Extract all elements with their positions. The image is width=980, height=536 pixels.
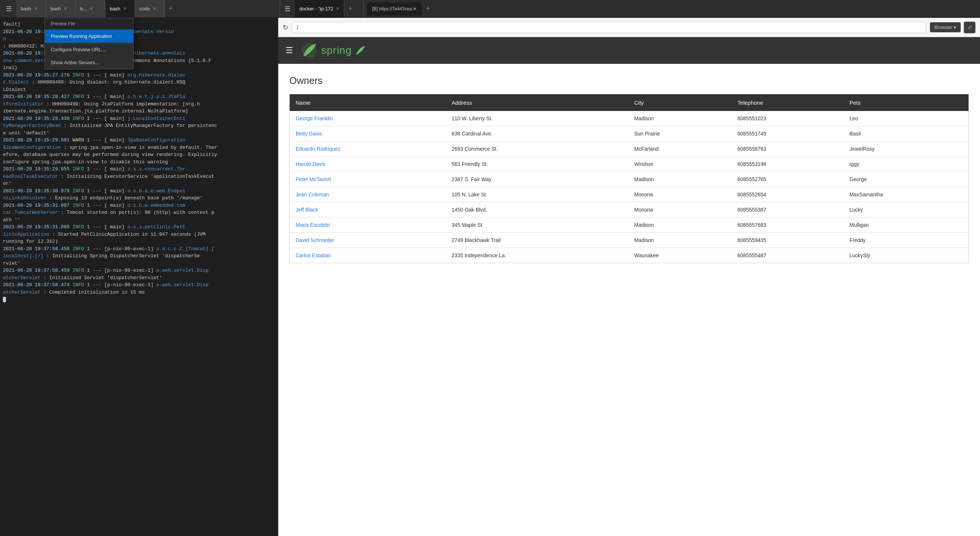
owner-link[interactable]: George Franklin [296, 115, 333, 121]
owner-telephone-cell: 6085559435 [732, 233, 843, 248]
log-line: LDialect [3, 86, 275, 94]
owners-section: Owners Name Address City Telephone Pets [278, 64, 980, 274]
spring-logo-text: spring [321, 45, 352, 56]
log-line: n [3, 35, 275, 43]
table-row: Harold Davis 563 Friendly St. Windsor 60… [290, 156, 969, 172]
tab-b[interactable]: b... ✕ [76, 0, 105, 18]
owner-city-cell: Monona [628, 202, 732, 217]
owner-address-cell: 638 Cardinal Ave. [445, 126, 628, 142]
tab-docker[interactable]: docker - "ip-172 ✕ [295, 0, 344, 18]
browser-tab[interactable]: [B] https://7e443cea: ✕ [367, 2, 422, 16]
owner-link[interactable]: Jeff Black [296, 207, 318, 213]
owner-telephone-cell: 6085552765 [732, 172, 843, 187]
log-line: atcherServlet : Completed initialization… [3, 289, 275, 296]
log-line: linicApplication : Started PetClinicAppl… [3, 231, 275, 238]
tab-close-1[interactable]: ✕ [34, 6, 37, 11]
owner-telephone-cell: 6085551023 [732, 111, 843, 126]
owner-pets-cell: JewelRosy [843, 142, 969, 156]
owner-city-cell: Madison [628, 111, 732, 126]
log-line: 2021-06-20 19:35:31.099 INFO 1 --- [ mai… [3, 223, 275, 231]
spring-header: ☰ spring [278, 37, 980, 64]
col-header-name: Name [290, 94, 446, 112]
log-line: tyManagerFactoryBean : Initialized JPA E… [3, 122, 275, 129]
sidebar-toggle-icon[interactable]: ☰ [2, 2, 16, 16]
owners-table: Name Address City Telephone Pets George … [290, 94, 969, 263]
log-line: : HHH000412: Hibernate ORM core {5.4.6.F… [3, 43, 275, 50]
expand-icon: ⤢ [967, 24, 972, 31]
browser-reload-button[interactable]: ↻ [283, 23, 288, 32]
tab-bar-right: ☰ docker - "ip-172 ✕ + [B] https://7e443… [280, 0, 978, 18]
browser-tab-close[interactable]: ✕ [413, 6, 417, 11]
owner-telephone-cell: 6085552654 [732, 187, 843, 202]
tab-bash-2[interactable]: bash ✕ [46, 0, 76, 18]
owner-link[interactable]: Peter McTavish [296, 176, 331, 182]
owner-pets-cell: Lucky [843, 202, 969, 217]
configure-preview-url-item[interactable]: Configure Preview URL... [45, 43, 133, 56]
dropdown-header: Preview File [45, 18, 133, 30]
owner-name-cell: Carlos Estaban [290, 248, 446, 263]
owner-link[interactable]: Betty Davis [296, 131, 322, 137]
preview-running-app-item[interactable]: Preview Running Application → [45, 30, 133, 43]
browser-mode-chevron: ▾ [954, 24, 956, 30]
owner-name-cell: Harold Davis [290, 156, 446, 172]
tab-bash-active[interactable]: bash ✕ [105, 0, 135, 18]
log-line: tformInitiator : HHH000490: Using JtaPla… [3, 100, 275, 108]
owner-city-cell: McFarland [628, 142, 732, 156]
browser-tab-add[interactable]: + [344, 3, 356, 15]
owner-address-cell: 2387 S. Fair Way [445, 172, 628, 187]
log-line: atcherServlet : Initialized Servlet 'dis… [3, 274, 275, 282]
browser-url-input[interactable] [292, 22, 926, 33]
tab-bash-1[interactable]: bash ✕ [16, 0, 46, 18]
table-row: George Franklin 110 W. Liberty St. Madis… [290, 111, 969, 126]
owners-title: Owners [290, 75, 969, 86]
owner-address-cell: 2749 Blackhawk Trail [445, 233, 628, 248]
owner-link[interactable]: Eduardo Rodriquez [296, 146, 340, 152]
tab-close-docker[interactable]: ✕ [336, 6, 339, 11]
browser-expand-button[interactable]: ⤢ [964, 22, 975, 34]
browser-tab-add-2[interactable]: + [422, 3, 434, 15]
owner-pets-cell: George [843, 172, 969, 187]
tab-code[interactable]: code ✕ [135, 0, 165, 18]
table-row: Eduardo Rodriquez 2693 Commerce St. McFa… [290, 142, 969, 156]
owner-city-cell: Madison [628, 172, 732, 187]
owner-link[interactable]: Jean Coleman [296, 191, 329, 198]
owner-link[interactable]: David Schroeder [296, 237, 334, 243]
log-line: ntLinksResolver : Exposing 13 endpoint(s… [3, 195, 275, 202]
log-line: 2021-06-20 19:37:58.458 INFO 1 --- [p-ni… [3, 246, 275, 253]
tab-label: code [140, 6, 150, 11]
log-line: t.Dialect : HHH000400: Using dialect: or… [3, 79, 275, 86]
tab-bar: ☰ bash ✕ bash ✕ b... ✕ bash ✕ code ✕ + ☰… [0, 0, 980, 18]
owner-link[interactable]: Carlos Estaban [296, 252, 331, 258]
browser-tab-label: [B] https://7e443cea: [372, 6, 413, 11]
log-line: ons.common.Version : HCANN000001: Hibern… [3, 57, 275, 65]
owner-link[interactable]: Maria Escobito [296, 222, 330, 228]
owner-telephone-cell: 6085555487 [732, 248, 843, 263]
tab-close-5[interactable]: ✕ [153, 6, 156, 11]
spring-menu-icon[interactable]: ☰ [286, 46, 293, 55]
show-active-servers-item[interactable]: Show Active Servers... [45, 56, 133, 69]
preview-running-app-label: Preview Running Application [51, 34, 112, 39]
owner-city-cell: Madison [628, 233, 732, 248]
tab-close-2[interactable]: ✕ [64, 6, 67, 11]
col-header-address: Address [445, 94, 628, 112]
browser-mode-button[interactable]: Browser ▾ [930, 22, 961, 32]
owner-name-cell: Peter McTavish [290, 172, 446, 187]
owner-city-cell: Sun Prairie [628, 126, 732, 142]
dropdown-arrow: → [115, 34, 120, 39]
owner-link[interactable]: Harold Davis [296, 161, 325, 167]
owner-pets-cell: LuckySly [843, 248, 969, 263]
log-line: 2021-06-20 19:35:30.979 INFO 1 --- [ mai… [3, 187, 275, 195]
spring-app: ☰ spring Owners [278, 37, 980, 536]
browser-sidebar-icon[interactable]: ☰ [280, 2, 295, 16]
configure-preview-url-label: Configure Preview URL... [51, 47, 105, 52]
tab-add-button[interactable]: + [165, 3, 177, 15]
terminal-panel[interactable]: Preview File Preview Running Application… [0, 18, 278, 536]
owner-pets-cell: Freddy [843, 233, 969, 248]
tab-close-4[interactable]: ✕ [123, 6, 126, 11]
owner-city-cell: Monona [628, 187, 732, 202]
owner-telephone-cell: 6085558763 [732, 142, 843, 156]
tab-label: docker - "ip-172 [299, 6, 333, 11]
owner-pets-cell: Leo [843, 111, 969, 126]
tab-close-3[interactable]: ✕ [90, 6, 93, 11]
owner-pets-cell: Iggy [843, 156, 969, 172]
